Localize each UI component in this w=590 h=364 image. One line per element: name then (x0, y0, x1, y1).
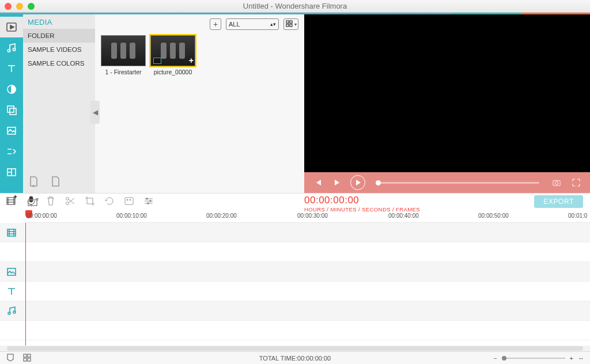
ruler-tick: 00:00:10:00 (116, 213, 147, 219)
svg-rect-9 (290, 21, 292, 23)
timeline-ruler[interactable]: 00:00:00:00 00:00:10:00 00:00:20:00 00:0… (23, 210, 590, 223)
svg-point-1 (7, 50, 10, 52)
music-icon (6, 42, 17, 54)
color-button[interactable] (123, 195, 135, 209)
media-thumb-label: picture_00000 (154, 69, 192, 75)
new-folder-button[interactable] (50, 176, 61, 189)
add-clip-icon[interactable]: + (189, 56, 194, 65)
crop-icon (84, 195, 96, 207)
chevron-updown-icon: ▴▾ (270, 21, 276, 27)
media-folder-panel: MEDIA FOLDER SAMPLE VIDEOS SAMPLE COLORS… (23, 14, 95, 193)
svg-point-28 (8, 312, 10, 314)
split-button[interactable] (65, 195, 76, 209)
image-icon (6, 267, 17, 277)
music-icon (6, 306, 17, 316)
add-track-icon (28, 198, 39, 207)
ruler-tick: 00:00:50:00 (478, 213, 509, 219)
preview-screen (304, 14, 590, 172)
video-track[interactable] (0, 223, 590, 242)
marker-icon (6, 354, 15, 362)
add-track-button[interactable] (28, 198, 39, 210)
zoom-in-button[interactable]: + (570, 355, 573, 362)
image-icon (6, 125, 17, 136)
skip-forward-icon (334, 179, 342, 187)
overlays-tab[interactable] (0, 100, 23, 120)
empty-track[interactable] (0, 321, 590, 340)
svg-rect-11 (290, 24, 292, 26)
next-clip-button[interactable] (331, 176, 345, 189)
text-tab[interactable] (0, 58, 23, 79)
timeline-hscroll[interactable] (0, 346, 590, 351)
elements-tab[interactable] (0, 120, 23, 141)
view-mode-button[interactable]: ▾ (283, 18, 298, 30)
svg-rect-30 (24, 354, 27, 357)
music-tab[interactable] (0, 37, 23, 58)
preview-progress[interactable] (376, 182, 539, 184)
fullscreen-icon (572, 179, 580, 187)
zoom-handle[interactable] (502, 356, 506, 361)
play-button[interactable] (350, 175, 365, 190)
media-thumb[interactable]: + picture_00000 (150, 35, 195, 75)
folder-item-sample-colors[interactable]: SAMPLE COLORS (23, 56, 95, 70)
svg-rect-5 (10, 108, 16, 115)
svg-point-18 (66, 202, 69, 204)
filters-tab[interactable] (0, 79, 23, 100)
splitscreen-tab[interactable] (0, 162, 23, 183)
timeline-toolbar: + 00:00:00:00 HOURS / MINUTES / SECONDS … (0, 193, 590, 210)
timeline-tracks (0, 223, 590, 346)
media-filter-label: ALL (229, 21, 240, 28)
music-track[interactable] (0, 301, 590, 321)
folder-item-sample-videos[interactable]: SAMPLE VIDEOS (23, 43, 95, 56)
progress-handle[interactable] (376, 180, 381, 185)
media-filter-select[interactable]: ALL▴▾ (226, 18, 279, 30)
text-track[interactable] (0, 282, 590, 301)
pip-track[interactable] (0, 262, 590, 282)
contrast-icon (6, 84, 17, 95)
svg-text:+: + (14, 195, 17, 200)
svg-rect-32 (24, 358, 27, 361)
svg-point-17 (66, 197, 69, 200)
snapshot-button[interactable] (550, 176, 563, 189)
empty-track[interactable] (0, 242, 590, 262)
film-add-icon: + (6, 195, 17, 207)
svg-rect-25 (28, 200, 37, 206)
export-button[interactable]: EXPORT (534, 195, 583, 208)
add-media-button[interactable]: + (6, 195, 17, 209)
media-tab[interactable] (0, 17, 23, 37)
scissors-icon (65, 195, 76, 207)
window-title: Untitled - Wondershare Filmora (0, 2, 590, 10)
ruler-tick: 00:00:20:00 (206, 213, 237, 219)
transition-icon (6, 146, 17, 157)
media-thumb[interactable]: 1 - Firestarter (101, 35, 146, 75)
ruler-tick: 00:00:00:00 (27, 213, 57, 219)
fullscreen-button[interactable] (569, 176, 583, 189)
svg-rect-26 (7, 229, 16, 236)
status-bar: TOTAL TIME:00:00:00:00 − + ↔ (0, 351, 590, 364)
settings-button[interactable] (143, 195, 154, 209)
folder-item-folder[interactable]: FOLDER (23, 29, 95, 43)
ruler-tick: 00:00:40:00 (388, 213, 419, 219)
delete-button[interactable] (45, 195, 56, 209)
rotate-button[interactable] (104, 195, 115, 209)
svg-point-23 (150, 200, 152, 202)
preview-controls (304, 172, 590, 193)
svg-rect-19 (125, 198, 133, 204)
collapse-panel-button[interactable]: ◀ (90, 101, 100, 124)
zoom-fit-button[interactable]: ↔ (578, 355, 584, 362)
transitions-tab[interactable] (0, 141, 23, 162)
new-file-button[interactable] (28, 176, 39, 189)
text-icon (6, 286, 17, 297)
crop-button[interactable] (84, 195, 96, 209)
layout-button[interactable] (23, 354, 32, 363)
marker-button[interactable] (6, 354, 15, 363)
zoom-out-button[interactable]: − (493, 355, 497, 362)
svg-rect-33 (28, 358, 31, 361)
zoom-slider[interactable] (502, 358, 565, 359)
svg-point-24 (148, 202, 149, 204)
prev-clip-button[interactable] (311, 176, 325, 189)
camera-icon (553, 179, 561, 187)
svg-rect-4 (7, 106, 14, 112)
film-icon (6, 227, 17, 238)
import-media-button[interactable]: + (210, 18, 221, 30)
playhead-timecode: 00:00:00:00 (304, 195, 420, 206)
